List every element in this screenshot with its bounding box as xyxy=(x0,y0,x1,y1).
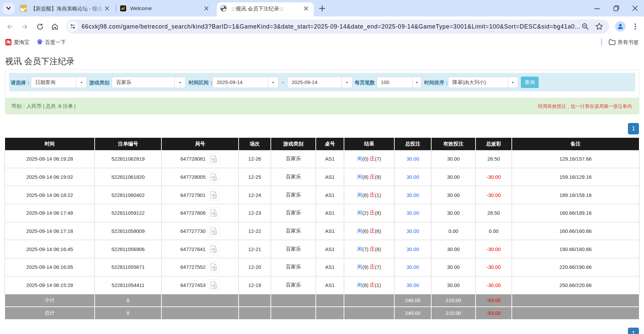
svg-text:du: du xyxy=(39,42,41,44)
